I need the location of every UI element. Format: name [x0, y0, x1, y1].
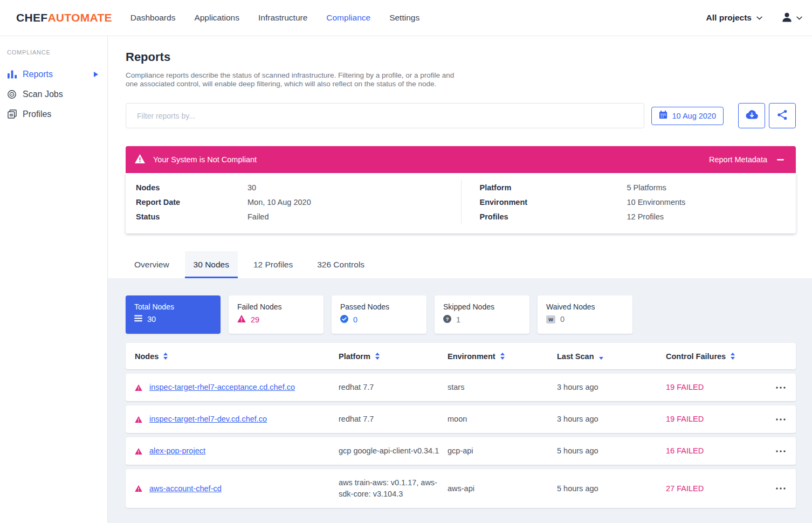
column-header-platform[interactable]: Platform — [339, 352, 448, 361]
filter-reports-input[interactable] — [126, 103, 644, 128]
last-scan-cell: 3 hours ago — [557, 414, 666, 425]
sort-icon[interactable] — [163, 353, 168, 360]
table-row: alex-pop-project gcp google-api-client-v… — [126, 437, 796, 465]
failed-status-icon — [135, 416, 149, 423]
metadata-label: Nodes — [136, 183, 247, 192]
card-waived-nodes[interactable]: Waived Nodes w 0 — [538, 295, 632, 334]
platform-cell: redhat 7.7 — [339, 382, 448, 393]
column-header-last-scan[interactable]: Last Scan — [557, 352, 666, 361]
card-passed-nodes[interactable]: Passed Nodes 0 — [332, 295, 426, 334]
metadata-right-column: Platform 5 Platforms Environment 10 Envi… — [461, 180, 796, 224]
logo-chef-text: CHEF — [16, 11, 47, 24]
sort-icon[interactable] — [375, 353, 380, 360]
metadata-label: Environment — [480, 198, 627, 207]
table-row: inspec-target-rhel7-acceptance.cd.chef.c… — [126, 374, 796, 401]
filter-row: 10 Aug 2020 — [126, 103, 796, 128]
warning-triangle-icon — [237, 315, 246, 324]
card-failed-nodes[interactable]: Failed Nodes 29 — [229, 295, 324, 334]
top-navigation: CHEFAUTOMATE Dashboards Applications Inf… — [0, 0, 812, 36]
metadata-value: 10 Environments — [627, 198, 686, 207]
node-link[interactable]: inspec-target-rhel7-dev.cd.chef.co — [149, 414, 339, 425]
failed-status-icon — [135, 448, 149, 455]
node-link[interactable]: alex-pop-project — [149, 445, 339, 457]
platform-cell: gcp google-api-client-v0.34.1 — [339, 445, 448, 457]
metadata-row: Environment 10 Environments — [480, 195, 796, 209]
metadata-label: Platform — [480, 183, 627, 192]
table-row: inspec-target-rhel7-dev.cd.chef.co redha… — [126, 405, 796, 433]
check-circle-icon — [340, 315, 348, 325]
calendar-icon — [659, 111, 668, 121]
environment-cell: moon — [448, 414, 557, 425]
download-report-button[interactable] — [738, 103, 765, 128]
platform-cell: redhat 7.7 — [339, 414, 448, 425]
node-link[interactable]: inspec-target-rhel7-acceptance.cd.chef.c… — [149, 382, 339, 393]
table-row: aws-account-chef-cd aws train-aws: v0.1.… — [126, 469, 796, 508]
card-value: 29 — [251, 315, 259, 324]
nav-applications[interactable]: Applications — [194, 13, 239, 23]
row-menu-button[interactable] — [774, 384, 796, 391]
user-icon — [781, 11, 793, 25]
expand-right-icon[interactable] — [94, 72, 98, 77]
chef-automate-logo[interactable]: CHEFAUTOMATE — [16, 11, 112, 24]
report-tabs: Overview 30 Nodes 12 Profiles 326 Contro… — [126, 251, 796, 278]
metadata-row: Report Date Mon, 10 Aug 2020 — [136, 195, 461, 209]
sort-icon[interactable] — [731, 353, 735, 360]
user-menu-button[interactable] — [777, 10, 806, 25]
waived-badge-icon: w — [546, 315, 555, 324]
nodes-tab-content: Total Nodes 30 Failed Nodes 29 — [108, 278, 812, 523]
card-skipped-nodes[interactable]: Skipped Nodes ? 1 — [435, 295, 529, 334]
collapse-icon[interactable] — [777, 157, 784, 163]
control-failures-cell: 27 FAILED — [666, 483, 774, 494]
tab-nodes[interactable]: 30 Nodes — [185, 251, 238, 278]
chevron-down-icon — [756, 16, 762, 20]
column-header-environment[interactable]: Environment — [448, 352, 557, 361]
metadata-row: Profiles 12 Profiles — [480, 209, 796, 224]
question-circle-icon: ? — [443, 315, 451, 325]
nodes-table-header: Nodes Platform Environment Last Scan Con… — [126, 343, 796, 369]
metadata-value: 12 Profiles — [627, 212, 664, 221]
sidebar-item-reports[interactable]: Reports — [0, 64, 107, 84]
nav-compliance[interactable]: Compliance — [326, 13, 370, 23]
nav-settings[interactable]: Settings — [389, 13, 419, 23]
failed-status-icon — [135, 485, 149, 492]
last-scan-cell: 5 hours ago — [557, 483, 666, 494]
nav-dashboards[interactable]: Dashboards — [130, 13, 176, 23]
column-header-control-failures[interactable]: Control Failures — [666, 352, 774, 361]
metadata-label: Report Date — [136, 198, 247, 207]
bar-chart-icon — [7, 70, 17, 79]
environment-cell: aws-api — [448, 483, 557, 494]
sort-desc-icon[interactable] — [599, 357, 603, 360]
projects-filter-button[interactable]: All projects — [703, 12, 766, 23]
row-menu-button[interactable] — [774, 485, 796, 492]
nav-infrastructure[interactable]: Infrastructure — [258, 13, 307, 23]
date-picker-button[interactable]: 10 Aug 2020 — [651, 107, 724, 125]
page-description: Compliance reports describe the status o… — [126, 71, 459, 88]
metadata-value: Failed — [247, 212, 269, 221]
share-icon — [777, 109, 788, 122]
sidebar-item-profiles[interactable]: Profiles — [0, 104, 107, 124]
metadata-label: Profiles — [480, 212, 627, 221]
sidebar-item-label: Reports — [23, 70, 53, 79]
svg-text:?: ? — [446, 316, 449, 322]
row-menu-button[interactable] — [774, 416, 796, 423]
column-header-nodes[interactable]: Nodes — [135, 352, 339, 361]
report-metadata-toggle[interactable]: Report Metadata — [709, 155, 767, 164]
tab-overview[interactable]: Overview — [126, 251, 178, 278]
tab-profiles[interactable]: 12 Profiles — [245, 251, 301, 278]
card-value: 30 — [147, 315, 156, 324]
environment-cell: gcp-api — [448, 445, 557, 457]
metadata-value: 5 Platforms — [627, 183, 666, 192]
logo-automate-text: AUTOMATE — [47, 11, 112, 24]
row-menu-button[interactable] — [774, 448, 796, 455]
warning-triangle-icon — [135, 154, 145, 165]
metadata-left-column: Nodes 30 Report Date Mon, 10 Aug 2020 St… — [126, 180, 461, 224]
tab-controls[interactable]: 326 Controls — [308, 251, 373, 278]
node-link[interactable]: aws-account-chef-cd — [149, 483, 339, 494]
share-report-button[interactable] — [769, 103, 796, 128]
sort-icon[interactable] — [500, 353, 505, 360]
reports-main: Reports Compliance reports describe the … — [108, 36, 812, 523]
card-total-nodes[interactable]: Total Nodes 30 — [126, 295, 221, 334]
sidebar-item-scan-jobs[interactable]: Scan Jobs — [0, 84, 107, 104]
sidebar-item-label: Profiles — [23, 109, 51, 119]
node-status-cards: Total Nodes 30 Failed Nodes 29 — [126, 295, 796, 334]
